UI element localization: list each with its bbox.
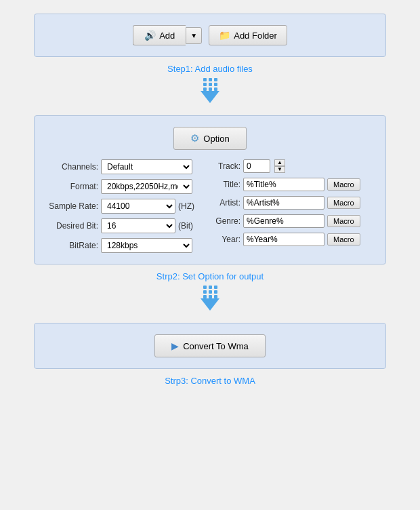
- option-button-label: Option: [203, 134, 229, 144]
- year-label: Year:: [213, 235, 240, 244]
- track-spinner: ▲ ▼: [274, 159, 285, 173]
- add-button-label: Add: [159, 31, 175, 41]
- artist-label: Artist:: [213, 198, 240, 208]
- bitrate-row: BitRate: 128kbps: [45, 238, 207, 253]
- artist-macro-button[interactable]: Macro: [327, 197, 360, 209]
- step3-panel: ▶ Convert To Wma: [34, 323, 386, 369]
- genre-row: Genre: Macro: [213, 214, 375, 228]
- year-row: Year: Macro: [213, 233, 375, 246]
- add-dropdown-button[interactable]: ▼: [186, 27, 202, 44]
- options-form: Channels: Default Format: 20kbps,22050Hz…: [45, 159, 375, 253]
- title-input[interactable]: [243, 178, 324, 191]
- channels-label: Channels:: [45, 162, 98, 172]
- channels-select[interactable]: Default: [101, 159, 192, 174]
- step2-label: Strp2: Set Option for output: [156, 271, 264, 281]
- step1-panel: 🔊 Add ▼ 📁 Add Folder: [34, 14, 386, 57]
- bitrate-select[interactable]: 128kbps: [101, 238, 192, 253]
- folder-icon: 📁: [219, 30, 230, 41]
- step1-buttons: 🔊 Add ▼ 📁 Add Folder: [133, 25, 287, 45]
- gear-icon: ⚙: [190, 132, 199, 144]
- genre-macro-button[interactable]: Macro: [327, 215, 360, 227]
- samplerate-row: Sample Rate: 44100 (HZ): [45, 199, 207, 214]
- arrow1: [201, 78, 219, 103]
- track-down-button[interactable]: ▼: [274, 166, 285, 173]
- format-select[interactable]: 20kbps,22050Hz,mono: [101, 179, 192, 194]
- desiredbit-row: Desired Bit: 16 (Bit): [45, 218, 207, 233]
- track-up-button[interactable]: ▲: [274, 159, 285, 166]
- add-folder-button-label: Add Folder: [234, 31, 277, 41]
- title-macro-button[interactable]: Macro: [327, 178, 360, 191]
- track-input[interactable]: [243, 159, 270, 173]
- track-label: Track:: [213, 161, 240, 171]
- speaker-icon: 🔊: [144, 30, 156, 41]
- channels-row: Channels: Default: [45, 159, 207, 174]
- title-label: Title:: [213, 180, 240, 189]
- bitrate-label: BitRate:: [45, 241, 98, 250]
- year-input[interactable]: [243, 233, 324, 246]
- genre-input[interactable]: [243, 214, 324, 228]
- convert-button[interactable]: ▶ Convert To Wma: [154, 334, 266, 357]
- step1-label: Step1: Add audio files: [167, 64, 253, 74]
- year-macro-button[interactable]: Macro: [327, 233, 360, 246]
- arrow2: [201, 286, 219, 311]
- step3-label: Strp3: Convert to WMA: [165, 376, 255, 386]
- format-row: Format: 20kbps,22050Hz,mono: [45, 179, 207, 194]
- desiredbit-label: Desired Bit:: [45, 221, 98, 231]
- add-button-group: 🔊 Add ▼: [133, 25, 202, 45]
- form-right: Track: ▲ ▼ Title: Macro Artist: Macro: [213, 159, 375, 253]
- convert-button-label: Convert To Wma: [183, 341, 249, 351]
- desiredbit-select[interactable]: 16: [101, 218, 175, 233]
- add-button[interactable]: 🔊 Add: [133, 25, 186, 45]
- title-row: Title: Macro: [213, 178, 375, 191]
- format-label: Format:: [45, 182, 98, 191]
- samplerate-label: Sample Rate:: [45, 201, 98, 211]
- step2-panel: ⚙ Option Channels: Default Format: 20kbp…: [34, 115, 386, 264]
- form-left: Channels: Default Format: 20kbps,22050Hz…: [45, 159, 207, 253]
- genre-label: Genre:: [213, 216, 240, 226]
- track-row: Track: ▲ ▼: [213, 159, 375, 173]
- play-icon: ▶: [171, 340, 179, 351]
- samplerate-unit: (HZ): [178, 201, 194, 211]
- option-button[interactable]: ⚙ Option: [173, 127, 246, 150]
- artist-row: Artist: Macro: [213, 196, 375, 210]
- add-folder-button[interactable]: 📁 Add Folder: [209, 25, 287, 45]
- desiredbit-unit: (Bit): [178, 221, 193, 231]
- samplerate-select[interactable]: 44100: [101, 199, 175, 214]
- artist-input[interactable]: [243, 196, 324, 210]
